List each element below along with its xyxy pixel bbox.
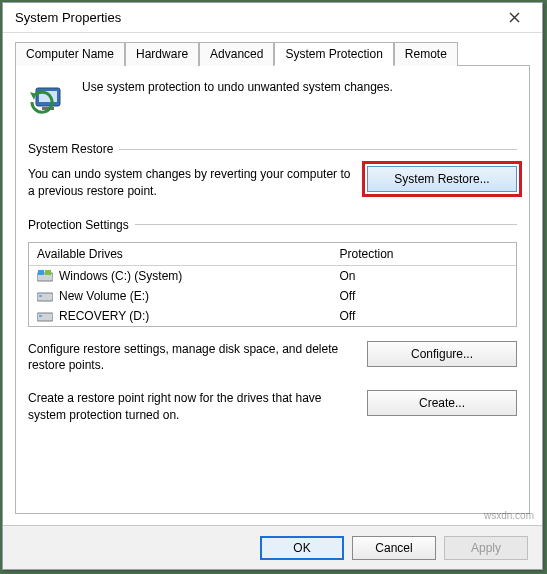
svg-rect-7: [39, 295, 42, 297]
configure-text: Configure restore settings, manage disk …: [28, 341, 353, 375]
col-drives[interactable]: Available Drives: [29, 243, 331, 265]
drive-windows-icon: [37, 270, 53, 282]
close-icon: [509, 12, 520, 23]
drives-table: Available Drives Protection Windows (C:)…: [28, 242, 517, 327]
system-protection-icon: [28, 80, 68, 120]
protection-settings-group: Protection Settings Available Drives Pro…: [28, 218, 517, 424]
drive-name: Windows (C:) (System): [59, 269, 182, 283]
system-properties-window: System Properties Computer Name Hardware…: [2, 2, 543, 570]
client-area: Computer Name Hardware Advanced System P…: [3, 33, 542, 514]
drive-icon: [37, 290, 53, 302]
create-text: Create a restore point right now for the…: [28, 390, 353, 424]
protection-settings-heading: Protection Settings: [28, 218, 129, 232]
intro-row: Use system protection to undo unwanted s…: [28, 80, 517, 120]
table-header: Available Drives Protection: [29, 243, 516, 266]
col-protection[interactable]: Protection: [331, 243, 516, 265]
svg-rect-4: [38, 270, 44, 275]
tab-hardware[interactable]: Hardware: [125, 42, 199, 66]
drive-protection: On: [331, 266, 516, 286]
svg-rect-9: [39, 315, 42, 317]
tab-system-protection[interactable]: System Protection: [274, 42, 393, 66]
close-button[interactable]: [494, 6, 534, 30]
tab-body: Use system protection to undo unwanted s…: [15, 66, 530, 514]
system-restore-heading: System Restore: [28, 142, 113, 156]
system-restore-group: System Restore You can undo system chang…: [28, 142, 517, 200]
divider: [135, 224, 517, 225]
table-row[interactable]: Windows (C:) (System) On: [29, 266, 516, 286]
intro-text: Use system protection to undo unwanted s…: [82, 80, 393, 94]
create-button[interactable]: Create...: [367, 390, 517, 416]
table-row[interactable]: New Volume (E:) Off: [29, 286, 516, 306]
dialog-buttonbar: OK Cancel Apply: [3, 525, 542, 569]
drive-protection: Off: [331, 286, 516, 306]
titlebar: System Properties: [3, 3, 542, 33]
drive-name: RECOVERY (D:): [59, 309, 149, 323]
tab-remote[interactable]: Remote: [394, 42, 458, 66]
drive-protection: Off: [331, 306, 516, 326]
configure-button[interactable]: Configure...: [367, 341, 517, 367]
table-row[interactable]: RECOVERY (D:) Off: [29, 306, 516, 326]
watermark: wsxdn.com: [484, 510, 534, 521]
window-title: System Properties: [15, 10, 121, 25]
drive-name: New Volume (E:): [59, 289, 149, 303]
tab-advanced[interactable]: Advanced: [199, 42, 274, 66]
drive-icon: [37, 310, 53, 322]
tabstrip: Computer Name Hardware Advanced System P…: [15, 41, 530, 66]
divider: [119, 149, 517, 150]
system-restore-text: You can undo system changes by reverting…: [28, 166, 353, 200]
ok-button[interactable]: OK: [260, 536, 344, 560]
cancel-button[interactable]: Cancel: [352, 536, 436, 560]
svg-rect-5: [45, 270, 51, 275]
system-restore-button[interactable]: System Restore...: [367, 166, 517, 192]
apply-button[interactable]: Apply: [444, 536, 528, 560]
tab-computer-name[interactable]: Computer Name: [15, 42, 125, 66]
